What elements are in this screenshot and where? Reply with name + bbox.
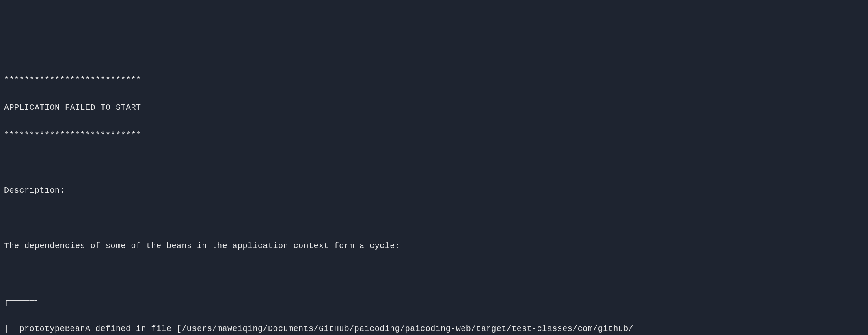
blank-line bbox=[4, 267, 864, 281]
cycle-bean-a: | prototypeBeanA defined in file [/Users… bbox=[4, 322, 864, 335]
border-top: *************************** bbox=[4, 73, 864, 87]
blank-line bbox=[4, 211, 864, 225]
cycle-top-border: ┌─────┐ bbox=[4, 294, 864, 308]
error-title: APPLICATION FAILED TO START bbox=[4, 101, 864, 115]
blank-line bbox=[4, 156, 864, 170]
border-bottom: *************************** bbox=[4, 128, 864, 142]
console-output: *************************** APPLICATION … bbox=[4, 59, 864, 335]
description-text: The dependencies of some of the beans in… bbox=[4, 239, 864, 253]
description-label: Description: bbox=[4, 184, 864, 198]
